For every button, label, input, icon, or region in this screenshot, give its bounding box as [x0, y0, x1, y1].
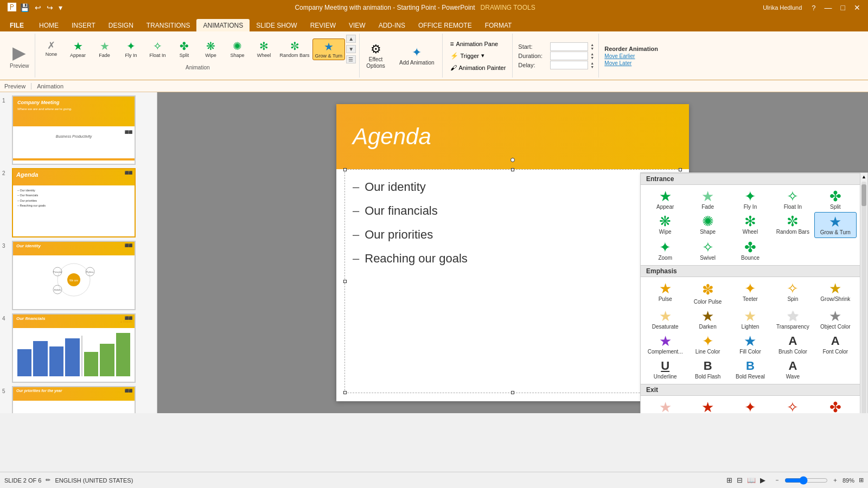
- handle-bl[interactable]: [343, 391, 347, 394]
- scroll-up-button[interactable]: ▲: [346, 35, 356, 43]
- anim-exit-flyout[interactable]: ✦ Fly Out: [729, 398, 771, 413]
- anim-entrance-appear[interactable]: ★ Appear: [644, 187, 686, 212]
- duration-down[interactable]: ▼: [590, 56, 594, 60]
- anim-exit-fade[interactable]: ★ Fade: [686, 398, 729, 413]
- anim-entrance-bounce[interactable]: ✤ Bounce: [729, 238, 771, 263]
- anim-entrance-growturn[interactable]: ★ Grow & Turn: [814, 212, 857, 238]
- anim-entrance-randombars[interactable]: ✼ Random Bars: [771, 212, 814, 238]
- anim-split[interactable]: ✤ Split: [171, 38, 197, 59]
- reading-view-btn[interactable]: 📖: [747, 476, 756, 484]
- anim-entrance-split[interactable]: ✤ Split: [814, 187, 857, 212]
- move-later-button[interactable]: Move Later: [604, 60, 658, 66]
- fit-button[interactable]: ⊞: [859, 477, 864, 484]
- slide-thumb-4[interactable]: Our financials ⬛⬛ ▲ Results: [12, 313, 136, 383]
- start-field[interactable]: [550, 42, 588, 51]
- anim-emphasis-objectcolor[interactable]: ★ Object Color: [814, 307, 857, 332]
- slideshow-btn[interactable]: ▶: [760, 476, 765, 484]
- tab-slideshow[interactable]: SLIDE SHOW: [250, 19, 303, 31]
- scroll-down-button[interactable]: ▼: [346, 45, 356, 53]
- animation-pane-button[interactable]: ≡ Animation Pane: [448, 39, 508, 49]
- slide-sorter-btn[interactable]: ⊟: [737, 476, 743, 484]
- anim-emphasis-teeter[interactable]: ✦ Teeter: [729, 279, 771, 307]
- anim-wipe[interactable]: ❋ Wipe: [198, 38, 224, 59]
- anim-fade[interactable]: ★ Fade: [92, 38, 118, 59]
- scroll-more-button[interactable]: ☰: [346, 55, 356, 63]
- anim-emphasis-boldflash[interactable]: B Bold Flash: [686, 357, 729, 382]
- anim-entrance-swivel[interactable]: ✧ Swivel: [686, 238, 729, 263]
- maximize-button[interactable]: □: [838, 3, 848, 12]
- redo-button[interactable]: ↪: [45, 2, 55, 13]
- rotation-handle[interactable]: [510, 158, 515, 162]
- handle-bm[interactable]: [511, 391, 514, 394]
- slide-item-4[interactable]: 4 Our financials ⬛⬛: [2, 313, 155, 383]
- anim-growturn[interactable]: ★ Grow & Turn: [312, 38, 346, 60]
- tab-view[interactable]: VIEW: [342, 19, 372, 31]
- anim-none[interactable]: ✗ None: [39, 38, 65, 58]
- duration-field[interactable]: [550, 52, 588, 60]
- tab-transitions[interactable]: TRANSITIONS: [140, 19, 197, 31]
- anim-emphasis-spin[interactable]: ✧ Spin: [771, 279, 814, 307]
- save-button[interactable]: 💾: [18, 2, 31, 13]
- help-button[interactable]: ?: [808, 4, 819, 12]
- duration-up[interactable]: ▲: [590, 52, 594, 56]
- trigger-button[interactable]: ⚡ Trigger ▾: [448, 51, 508, 61]
- delay-field[interactable]: [550, 61, 588, 69]
- zoom-slider[interactable]: [784, 476, 828, 485]
- anim-floatin[interactable]: ✧ Float In: [145, 38, 171, 59]
- anim-entrance-zoom[interactable]: ✦ Zoom: [644, 238, 686, 263]
- anim-entrance-shape[interactable]: ✺ Shape: [686, 212, 729, 238]
- anim-appear[interactable]: ★ Appear: [65, 38, 91, 59]
- tab-format[interactable]: FORMAT: [478, 19, 519, 31]
- tab-animations[interactable]: ANIMATIONS: [196, 19, 250, 31]
- tab-file[interactable]: FILE: [2, 18, 31, 31]
- anim-emphasis-fontcolor[interactable]: A Font Color: [814, 332, 857, 357]
- anim-emphasis-linecolor[interactable]: ✦ Line Color: [686, 332, 729, 357]
- anim-emphasis-underline[interactable]: U Underline: [644, 357, 686, 382]
- tab-addins[interactable]: ADD-INS: [372, 19, 412, 31]
- tab-design[interactable]: DESIGN: [102, 19, 140, 31]
- anim-emphasis-complementary[interactable]: ★ Complement...: [644, 332, 686, 357]
- anim-entrance-fade[interactable]: ★ Fade: [686, 187, 729, 212]
- start-down[interactable]: ▼: [590, 47, 594, 50]
- tab-office-remote[interactable]: OFFICE REMOTE: [412, 19, 478, 31]
- anim-emphasis-fillcolor[interactable]: ★ Fill Color: [729, 332, 771, 357]
- anim-shape[interactable]: ✺ Shape: [225, 38, 251, 59]
- anim-emphasis-desaturate[interactable]: ★ Desaturate: [644, 307, 686, 332]
- slide-thumb-5[interactable]: Our priorities for the year ⬛⬛: [12, 386, 136, 413]
- scroll-thumb[interactable]: [861, 184, 866, 206]
- anim-flyin[interactable]: ✦ Fly In: [118, 38, 144, 59]
- anim-entrance-floatin[interactable]: ✧ Float In: [771, 187, 814, 212]
- anim-emphasis-colorpulse[interactable]: ✽ Color Pulse: [686, 279, 729, 307]
- slide-item-5[interactable]: 5 Our priorities for the year ⬛⬛: [2, 386, 155, 413]
- anim-exit-floatout[interactable]: ✧ Float Out: [771, 398, 814, 413]
- animation-painter-button[interactable]: 🖌 Animation Painter: [448, 63, 508, 73]
- animation-panel-scrollbar[interactable]: ▲ ▼: [860, 173, 867, 413]
- anim-emphasis-boldreveal[interactable]: B Bold Reveal: [729, 357, 771, 382]
- anim-entrance-flyin[interactable]: ✦ Fly In: [729, 187, 771, 212]
- undo-button[interactable]: ↩: [33, 2, 43, 13]
- anim-exit-disappear[interactable]: ★ Disappear: [644, 398, 686, 413]
- slide-item-3[interactable]: 3 Our identity ⬛⬛ We are Personal: [2, 241, 155, 310]
- customize-qa-button[interactable]: ▾: [57, 2, 64, 13]
- tab-insert[interactable]: INSERT: [65, 19, 102, 31]
- anim-emphasis-brushcolor[interactable]: A Brush Color: [771, 332, 814, 357]
- anim-emphasis-transparency[interactable]: ★ Transparency: [771, 307, 814, 332]
- anim-wheel[interactable]: ✻ Wheel: [251, 38, 277, 59]
- anim-exit-split[interactable]: ✤ Split: [814, 398, 857, 413]
- delay-up[interactable]: ▲: [590, 61, 594, 65]
- anim-entrance-wheel[interactable]: ✻ Wheel: [729, 212, 771, 238]
- add-animation-button[interactable]: ✦ Add Animation: [395, 43, 439, 68]
- anim-emphasis-wave[interactable]: A Wave: [771, 357, 814, 382]
- anim-randombars[interactable]: ✼ Random Bars: [278, 38, 312, 59]
- move-earlier-button[interactable]: Move Earlier: [604, 53, 658, 59]
- anim-emphasis-growshrink[interactable]: ★ Grow/Shrink: [814, 279, 857, 307]
- slide-item-1[interactable]: 1 Company Meeting Where we are and where…: [2, 95, 155, 165]
- slide-item-2[interactable]: 2 Agenda ⬛⬛ – Our identity – Our financi…: [2, 168, 155, 237]
- anim-emphasis-lighten[interactable]: ★ Lighten: [729, 307, 771, 332]
- effect-options-button[interactable]: ⚙ EffectOptions: [361, 34, 391, 78]
- anim-emphasis-darken[interactable]: ★ Darken: [686, 307, 729, 332]
- normal-view-btn[interactable]: ⊞: [726, 476, 732, 484]
- anim-emphasis-pulse[interactable]: ★ Pulse: [644, 279, 686, 307]
- tab-review[interactable]: REVIEW: [304, 19, 342, 31]
- slide-thumb-3[interactable]: Our identity ⬛⬛ We are Personal Profess.: [12, 241, 136, 310]
